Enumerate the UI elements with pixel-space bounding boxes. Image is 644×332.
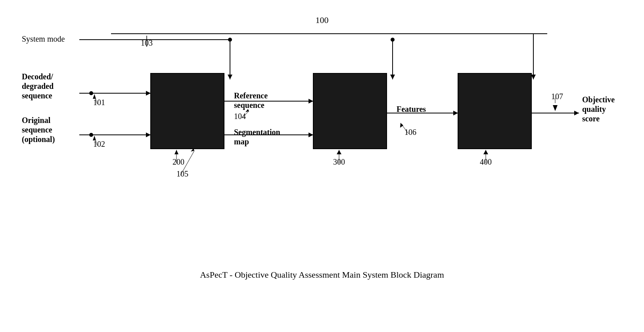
diagram-caption: AsPecT - Objective Quality Assessment Ma… xyxy=(200,270,444,280)
label-reference: Reference xyxy=(234,91,268,100)
svg-point-16 xyxy=(89,91,93,95)
label-segmentation: Segmentation xyxy=(234,128,280,137)
diagram-container: 100 103 System mode Decoded/ degraded se… xyxy=(0,0,644,332)
label-200: 200 xyxy=(172,157,184,166)
label-102: 102 xyxy=(93,140,105,148)
label-105: 105 xyxy=(176,169,188,178)
label-107: 107 xyxy=(551,92,563,101)
svg-text:sequence: sequence xyxy=(22,91,52,100)
label-features: Features xyxy=(397,105,426,113)
svg-point-23 xyxy=(89,133,93,137)
label-objective: Objective xyxy=(582,95,615,104)
svg-text:sequence: sequence xyxy=(22,125,52,134)
svg-rect-46 xyxy=(458,73,531,149)
label-100: 100 xyxy=(316,15,329,25)
label-original: Original xyxy=(22,116,51,125)
svg-text:score: score xyxy=(582,114,600,123)
svg-text:map: map xyxy=(234,137,249,146)
label-106: 106 xyxy=(404,128,416,136)
svg-text:sequence: sequence xyxy=(234,101,264,110)
svg-rect-26 xyxy=(151,73,224,149)
svg-rect-39 xyxy=(313,73,387,149)
svg-text:degraded: degraded xyxy=(22,82,54,91)
label-decoded: Decoded/ xyxy=(22,72,53,81)
svg-text:quality: quality xyxy=(582,105,606,114)
svg-rect-0 xyxy=(0,0,644,332)
label-101: 101 xyxy=(93,98,105,107)
label-system-mode: System mode xyxy=(22,35,65,44)
svg-text:(optional): (optional) xyxy=(22,135,55,144)
label-104: 104 xyxy=(234,112,246,121)
